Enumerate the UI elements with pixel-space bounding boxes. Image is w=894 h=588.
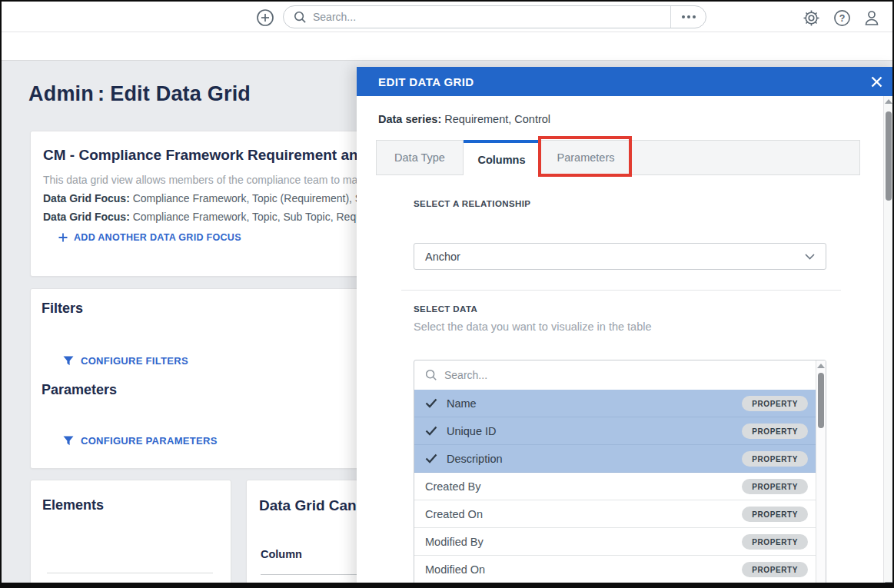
list-item-label: Description [447, 453, 503, 465]
scroll-up-icon [817, 364, 825, 368]
checkmark-icon [425, 398, 437, 408]
checkmark-icon [425, 426, 437, 436]
checkmark-icon [425, 453, 437, 463]
tab-parameters[interactable]: Parameters [540, 141, 631, 174]
panel-header: EDIT DATA GRID [357, 67, 894, 96]
close-button[interactable] [868, 73, 885, 90]
list-item-label: Name [447, 397, 477, 410]
tab-data-type[interactable]: Data Type [377, 141, 464, 174]
top-bar: ? [2, 2, 892, 32]
list-scrollbar[interactable] [816, 360, 826, 588]
property-badge: PROPERTY [742, 534, 808, 550]
global-search [283, 5, 706, 28]
svg-text:?: ? [839, 12, 845, 23]
list-scrollbar-thumb[interactable] [818, 373, 824, 428]
list-item[interactable]: NamePROPERTY [414, 390, 817, 417]
filter-funnel-icon [63, 356, 74, 366]
panel-title: EDIT DATA GRID [378, 75, 474, 88]
divider [47, 573, 213, 573]
help-button[interactable]: ? [833, 8, 851, 27]
property-badge: PROPERTY [742, 479, 808, 494]
window-frame [2, 583, 892, 586]
elements-card: Elements [30, 480, 231, 588]
settings-button[interactable] [802, 8, 820, 27]
tab-columns[interactable]: Columns [464, 140, 540, 176]
chevron-down-icon [805, 254, 815, 260]
search-options-button[interactable] [670, 6, 706, 28]
question-circle-icon: ? [833, 9, 851, 27]
close-icon [871, 76, 882, 88]
person-icon [862, 8, 881, 27]
view-nav-bar [2, 32, 892, 61]
relationship-dropdown[interactable]: Anchor [414, 243, 826, 270]
edit-data-grid-panel: EDIT DATA GRID Data series:Requirement, … [357, 67, 894, 588]
plus-circle-icon [256, 8, 274, 27]
property-badge: PROPERTY [742, 424, 808, 439]
search-icon [294, 11, 307, 24]
select-data-label: SELECT DATA [414, 304, 477, 314]
search-icon [425, 369, 437, 381]
app-window: ? Views Forms Data Visualizations Admin:… [0, 0, 894, 588]
list-item[interactable]: DescriptionPROPERTY [414, 445, 817, 473]
panel-scrollbar-thumb[interactable] [886, 111, 892, 201]
list-item[interactable]: Modified OnPROPERTY [414, 556, 817, 583]
list-item[interactable]: Unique IDPROPERTY [414, 417, 817, 445]
divider [401, 290, 841, 291]
elements-heading: Elements [42, 497, 231, 513]
ellipsis-icon [682, 15, 685, 18]
select-data-hint: Select the data you want to visualize in… [414, 321, 652, 333]
add-button[interactable] [255, 8, 275, 28]
list-item-label: Created By [425, 480, 481, 493]
property-badge: PROPERTY [742, 562, 808, 577]
select-data-list: NamePROPERTYUnique IDPROPERTYDescription… [414, 390, 817, 583]
panel-scrollbar[interactable] [883, 96, 893, 588]
property-badge: PROPERTY [742, 451, 808, 467]
list-search-input[interactable] [444, 369, 826, 381]
list-item-label: Modified On [425, 563, 485, 576]
list-item-label: Modified By [425, 536, 484, 548]
list-item-label: Created On [425, 508, 483, 520]
list-item[interactable]: Created ByPROPERTY [414, 473, 817, 500]
profile-button[interactable] [862, 8, 881, 27]
list-item[interactable]: Modified ByPROPERTY [414, 528, 817, 556]
plus-icon [58, 233, 68, 242]
select-data-listbox: NamePROPERTYUnique IDPROPERTYDescription… [414, 360, 826, 588]
gear-icon [803, 9, 820, 27]
list-item[interactable]: Created OnPROPERTY [414, 500, 817, 528]
panel-tab-strip: Data Type Columns Parameters [376, 140, 860, 175]
property-badge: PROPERTY [742, 507, 808, 522]
data-series: Data series:Requirement, Control [378, 113, 550, 125]
global-search-input[interactable] [313, 11, 670, 23]
filter-funnel-icon [63, 436, 74, 446]
scroll-up-icon [885, 99, 892, 104]
property-badge: PROPERTY [742, 396, 808, 411]
page-title: Admin:Edit Data Grid [28, 82, 251, 106]
list-item-label: Unique ID [447, 425, 496, 437]
relationship-dropdown-value: Anchor [425, 251, 460, 263]
relationship-label: SELECT A RELATIONSHIP [414, 199, 530, 208]
list-search [414, 360, 826, 390]
